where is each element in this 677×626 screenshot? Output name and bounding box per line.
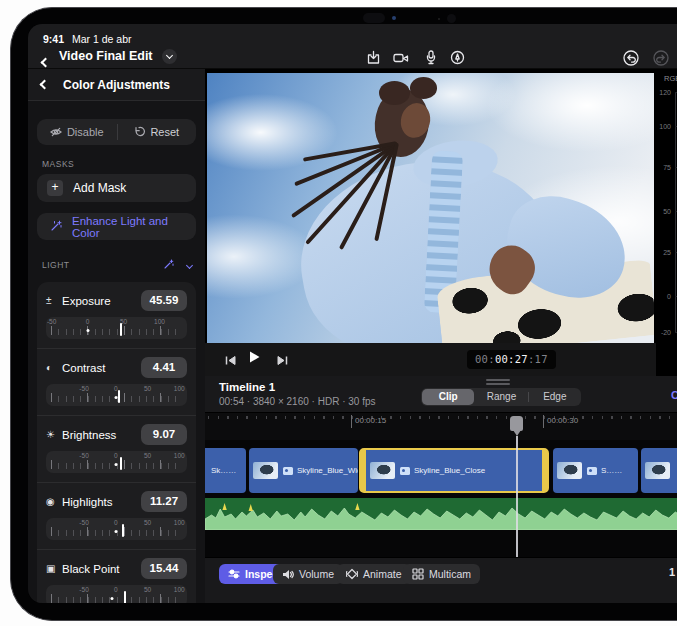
playhead-handle[interactable] bbox=[510, 416, 523, 431]
record-video-button[interactable] bbox=[392, 49, 410, 66]
ruler-label: 00:00:30 bbox=[547, 416, 578, 425]
skip-to-end-button[interactable] bbox=[277, 352, 288, 370]
cropped-right-button[interactable]: C bbox=[671, 389, 677, 401]
timecode-display[interactable]: 00:00:27:17 bbox=[467, 350, 556, 369]
camera-sensor-dot bbox=[392, 16, 396, 20]
enhance-button[interactable]: Enhance Light and Color bbox=[37, 213, 196, 240]
highlights-value[interactable]: 11.27 bbox=[141, 491, 187, 512]
mode-range[interactable]: Range bbox=[475, 389, 527, 405]
media-icon bbox=[400, 467, 410, 475]
plus-icon: + bbox=[47, 180, 63, 196]
slider-row-exposure: ± Exposure 45.59 -50 0 50 100 bbox=[37, 282, 196, 348]
timeline-ruler[interactable]: 00:00:15 00:00:30 bbox=[205, 412, 677, 440]
animate-button[interactable]: Animate bbox=[337, 564, 411, 584]
redo-icon bbox=[653, 50, 669, 66]
clip-thumbnail bbox=[253, 462, 278, 479]
stage: 00:00:27:17 RGB Overlay 120 100 75 50 25… bbox=[205, 69, 677, 603]
mode-edge[interactable]: Edge bbox=[529, 389, 581, 405]
pencil-tool-button[interactable] bbox=[448, 49, 466, 66]
black-point-icon: ▣ bbox=[46, 563, 62, 574]
undo-button[interactable] bbox=[622, 49, 640, 66]
playhead-line bbox=[516, 436, 518, 559]
timeline-meta: 00:54 · 3840 × 2160 · HDR · 30 fps bbox=[219, 396, 375, 407]
exposure-icon: ± bbox=[46, 295, 62, 306]
clip-thumbnail bbox=[370, 462, 395, 479]
magic-wand-icon bbox=[50, 218, 63, 236]
chevron-left-icon bbox=[41, 58, 51, 68]
ipad-device: 9:41 Mar 1 de abr Video Final Edit bbox=[10, 7, 677, 621]
clip-skyline-blue-close-selected[interactable]: Skyline_Blue_Close bbox=[359, 448, 549, 493]
video-preview bbox=[207, 73, 654, 343]
exposure-slider[interactable]: -50 0 50 100 bbox=[46, 317, 187, 339]
play-button[interactable] bbox=[247, 350, 261, 368]
brightness-slider[interactable]: -50 0 50 100 bbox=[46, 451, 187, 473]
exposure-value[interactable]: 45.59 bbox=[141, 290, 187, 311]
mode-clip[interactable]: Clip bbox=[422, 389, 474, 405]
highlights-slider[interactable]: -50 0 50 100 bbox=[46, 518, 187, 540]
project-title[interactable]: Video Final Edit bbox=[59, 49, 153, 63]
video-track: Sk…… Skyline_Blue_Wide Skyline_Blue_Clos bbox=[205, 448, 677, 493]
audio-track[interactable] bbox=[205, 498, 677, 530]
clip-skyline-partial[interactable]: Sk…… bbox=[205, 448, 246, 493]
clip-thumbnail bbox=[645, 462, 670, 479]
slider-row-highlights: ◉ Highlights 11.27 -50 0 50 100 bbox=[37, 482, 196, 549]
timeline-title: Timeline 1 bbox=[219, 381, 275, 393]
inspect-sliders-icon bbox=[228, 569, 240, 579]
chevron-down-icon bbox=[166, 52, 173, 59]
clip-skyline-blue-wide[interactable]: Skyline_Blue_Wide bbox=[249, 448, 358, 493]
add-mask-button[interactable]: + Add Mask bbox=[37, 174, 196, 202]
grid-icon bbox=[412, 568, 424, 580]
contrast-slider[interactable]: -50 0 50 100 bbox=[46, 384, 187, 406]
light-section-header: LIGHT bbox=[42, 256, 192, 274]
back-button[interactable] bbox=[42, 52, 49, 70]
reset-icon bbox=[133, 126, 145, 138]
skip-start-icon bbox=[225, 355, 236, 366]
undo-icon bbox=[623, 50, 639, 66]
keyframe-diamond-icon bbox=[346, 568, 358, 580]
cropped-right-text: 1 bbox=[669, 566, 675, 578]
slider-row-brightness: ☀ Brightness 9.07 -50 0 50 100 bbox=[37, 415, 196, 482]
import-button[interactable] bbox=[364, 49, 382, 66]
clip-s-truncated[interactable]: S…… bbox=[553, 448, 638, 493]
auto-enhance-icon[interactable] bbox=[163, 256, 175, 274]
collapse-section-button[interactable] bbox=[186, 261, 193, 268]
panel-back-button[interactable] bbox=[40, 80, 50, 90]
timeline-header: Timeline 1 00:54 · 3840 × 2160 · HDR · 3… bbox=[205, 376, 677, 412]
drag-handle[interactable] bbox=[486, 379, 510, 381]
transport-bar: 00:00:27:17 bbox=[205, 343, 656, 376]
status-bar: 9:41 Mar 1 de abr bbox=[28, 24, 677, 46]
light-sliders-card: ± Exposure 45.59 -50 0 50 100 bbox=[37, 282, 196, 603]
color-adjustments-panel: Color Adjustments Disable Reset MASKS + … bbox=[28, 69, 205, 603]
slider-row-black-point: ▣ Black Point 15.44 -50 0 50 100 bbox=[37, 549, 196, 603]
media-icon bbox=[587, 467, 597, 475]
eye-off-icon bbox=[50, 126, 62, 138]
black-point-value[interactable]: 15.44 bbox=[141, 558, 187, 579]
highlights-icon: ◉ bbox=[46, 496, 62, 507]
rgb-overlay-scope: RGB Overlay 120 100 75 50 25 0 -20 bbox=[656, 69, 677, 376]
light-label: LIGHT bbox=[42, 260, 163, 270]
redo-button[interactable] bbox=[652, 49, 670, 66]
disable-button[interactable]: Disable bbox=[37, 119, 117, 145]
slider-row-contrast: ◐ Contrast 4.41 -50 0 50 100 bbox=[37, 348, 196, 415]
front-camera bbox=[363, 13, 385, 23]
media-icon bbox=[283, 467, 293, 475]
microphone-icon bbox=[424, 50, 438, 65]
reset-button[interactable]: Reset bbox=[117, 119, 197, 145]
panel-header: Color Adjustments bbox=[28, 69, 205, 101]
disable-reset-group: Disable Reset bbox=[37, 119, 196, 145]
ruler-label: 00:00:15 bbox=[355, 416, 386, 425]
project-menu-button[interactable] bbox=[162, 49, 177, 64]
volume-button[interactable]: Volume bbox=[273, 564, 343, 584]
skip-to-start-button[interactable] bbox=[225, 352, 236, 370]
clock: 9:41 bbox=[43, 33, 64, 45]
clip-partial-right[interactable] bbox=[641, 448, 677, 493]
contrast-value[interactable]: 4.41 bbox=[141, 357, 187, 378]
masks-label: MASKS bbox=[42, 159, 205, 169]
brightness-value[interactable]: 9.07 bbox=[141, 424, 187, 445]
multicam-button[interactable]: Multicam bbox=[403, 564, 480, 584]
voiceover-button[interactable] bbox=[422, 49, 440, 66]
camera-icon bbox=[393, 51, 409, 65]
clip-thumbnail bbox=[557, 462, 582, 479]
panel-title: Color Adjustments bbox=[63, 78, 170, 92]
black-point-slider[interactable]: -50 0 50 100 bbox=[46, 585, 187, 603]
